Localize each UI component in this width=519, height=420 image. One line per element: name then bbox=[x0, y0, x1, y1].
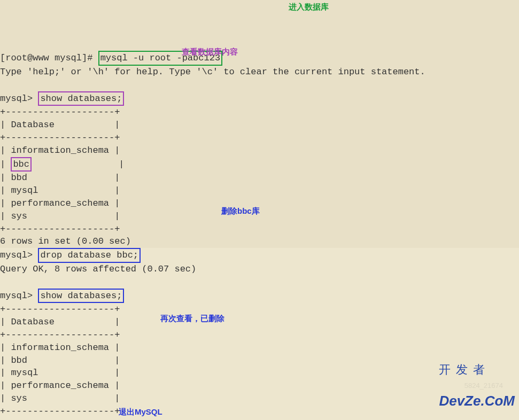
mysql-prompt: mysql> bbox=[0, 94, 38, 104]
table-sep: +--------------------+ bbox=[0, 330, 120, 340]
db-row: | performance_schema | bbox=[0, 198, 120, 208]
mysql-prompt: mysql> bbox=[0, 250, 38, 260]
db-row-post: | bbox=[32, 159, 124, 169]
db-row: | information_schema | bbox=[0, 343, 120, 353]
rows-count-1: 6 rows in set (0.00 sec) bbox=[0, 236, 131, 246]
table-sep: +--------------------+ bbox=[0, 133, 120, 143]
drop-result: Query OK, 8 rows affected (0.07 sec) bbox=[0, 264, 196, 274]
bbc-db: bbc bbox=[13, 159, 29, 169]
bbc-db-box: bbc bbox=[11, 157, 32, 172]
table-header: | Database | bbox=[0, 120, 120, 130]
db-row: | mysql | bbox=[0, 368, 120, 378]
watermark-cn: 开发者 bbox=[439, 364, 515, 376]
show-db-command-1-box: show databases; bbox=[38, 91, 124, 106]
annotation-drop: 删除bbc库 bbox=[221, 205, 260, 216]
drop-command-box: drop database bbc; bbox=[38, 248, 141, 263]
annotation-again: 再次查看，已删除 bbox=[160, 313, 224, 324]
table-header: | Database | bbox=[0, 317, 120, 327]
help-line: Type 'help;' or '\h' for help. Type '\c'… bbox=[0, 67, 425, 77]
table-sep: +--------------------+ bbox=[0, 224, 120, 234]
table-sep: +--------------------+ bbox=[0, 406, 120, 416]
site-watermark: 开发者 DevZe.CoM bbox=[439, 346, 515, 417]
mysql-prompt: mysql> bbox=[0, 291, 38, 301]
annotation-show-db: 查看数据库内容 bbox=[182, 46, 238, 57]
annotation-login: 进入数据库 bbox=[289, 1, 329, 12]
show-db-command-2: show databases; bbox=[40, 291, 122, 301]
db-row-pre: | bbox=[0, 159, 11, 169]
drop-command: drop database bbc; bbox=[40, 250, 138, 260]
db-row: | sys | bbox=[0, 393, 120, 403]
db-row: | sys | bbox=[0, 211, 120, 221]
db-row: | mysql | bbox=[0, 185, 120, 196]
annotation-quit: 退出MySQL bbox=[119, 406, 162, 417]
watermark-en: DevZe.CoM bbox=[439, 394, 515, 408]
table-sep: +--------------------+ bbox=[0, 304, 120, 314]
db-row: | information_schema | bbox=[0, 145, 120, 155]
db-row: | performance_schema | bbox=[0, 380, 120, 391]
table-sep: +--------------------+ bbox=[0, 107, 120, 117]
show-db-command-1: show databases; bbox=[40, 94, 122, 104]
shell-prompt: [root@www mysql]# bbox=[0, 53, 98, 63]
show-db-command-2-box: show databases; bbox=[38, 289, 124, 304]
db-row: | bbd | bbox=[0, 173, 120, 183]
db-row: | bbd | bbox=[0, 355, 120, 365]
